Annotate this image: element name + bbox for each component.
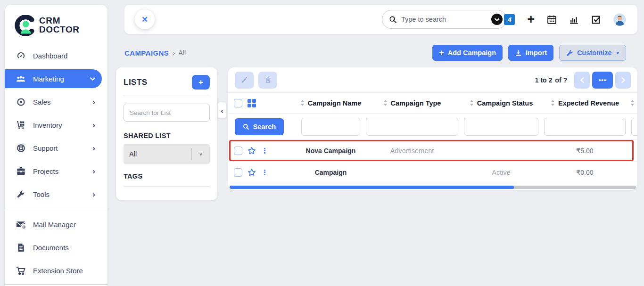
shared-list-value: All	[129, 150, 191, 158]
column-header-clipped[interactable]	[628, 100, 637, 106]
row-checkbox[interactable]	[234, 147, 242, 155]
column-header-expected-revenue[interactable]: Expected Revenue	[541, 99, 628, 107]
sidebar-item-documents[interactable]: Documents	[5, 238, 102, 257]
filter-campaign-type-input[interactable]	[366, 118, 458, 136]
sidebar-item-label: Marketing	[33, 75, 83, 83]
notification-count-badge[interactable]: 4	[504, 14, 515, 25]
row-checkbox[interactable]	[234, 168, 242, 177]
column-header-campaign-status[interactable]: Campaign Status	[461, 99, 541, 107]
column-header-campaign-type[interactable]: Campaign Type	[363, 99, 461, 107]
search-scope-dropdown-icon[interactable]	[491, 14, 503, 25]
sidebar-item-label: Mail Manager	[33, 221, 95, 229]
sidebar-item-mail-manager[interactable]: @ Mail Manager	[5, 215, 102, 234]
global-search-input[interactable]	[401, 16, 487, 23]
bar-chart-icon[interactable]	[569, 15, 579, 25]
star-favorite-icon[interactable]	[247, 168, 256, 177]
sidebar-divider	[5, 208, 107, 208]
sidebar-item-inventory[interactable]: Inventory ›	[5, 115, 102, 134]
prev-page-button[interactable]	[574, 72, 590, 89]
next-page-button[interactable]	[615, 72, 631, 89]
shared-list-label: SHARED LIST	[124, 132, 210, 139]
chevron-left-icon: ‹	[221, 106, 223, 114]
plus-icon: +	[198, 78, 203, 87]
brand-logo[interactable]: CRM DOCTOR	[5, 12, 107, 42]
column-header-campaign-name[interactable]: Campaign Name	[298, 99, 363, 107]
table-search-button[interactable]: Search	[235, 118, 284, 135]
grid-view-icon[interactable]	[248, 99, 256, 107]
sort-icon	[383, 100, 388, 106]
add-campaign-label: Add Campaign	[448, 49, 496, 57]
star-favorite-icon[interactable]	[247, 146, 256, 155]
table-row-campaign[interactable]: ⋮ Campaign Active ₹0.00	[228, 162, 637, 183]
row-menu-kebab-icon[interactable]: ⋮	[261, 147, 268, 154]
pagination: 1 to 2of ? •••	[535, 72, 631, 89]
shared-list-select[interactable]: All ˅	[124, 144, 210, 164]
sort-icon	[630, 100, 635, 106]
edit-button[interactable]	[235, 72, 254, 89]
sidebar-item-tools[interactable]: Tools ›	[5, 185, 102, 204]
cell-campaign-name[interactable]: Campaign	[298, 169, 363, 176]
sidebar-item-sales[interactable]: Sales ›	[5, 92, 102, 111]
chevron-right-icon: ›	[92, 98, 95, 106]
panel-collapse-toggle[interactable]: ‹	[217, 102, 227, 119]
import-button[interactable]: Import	[508, 45, 553, 61]
list-search-input[interactable]	[124, 104, 210, 122]
cell-campaign-name[interactable]: Nova Campaign	[298, 147, 363, 155]
delete-button[interactable]	[258, 72, 277, 89]
filter-clipped-input[interactable]	[631, 118, 637, 136]
row-menu-kebab-icon[interactable]: ⋮	[261, 169, 268, 176]
mail-at-icon: @	[16, 220, 25, 229]
pencil-icon	[240, 76, 248, 84]
sidebar-item-extension-store[interactable]: Extension Store	[5, 261, 102, 280]
filter-expected-revenue-input[interactable]	[544, 118, 626, 136]
table-filter-row: Search	[228, 114, 637, 140]
filter-campaign-status-input[interactable]	[464, 118, 538, 136]
add-campaign-button[interactable]: + Add Campaign	[432, 45, 503, 61]
app-canvas: CRM DOCTOR Dashboard Marketing	[0, 0, 644, 286]
table-search-label: Search	[253, 123, 276, 131]
svg-text:@: @	[22, 225, 25, 229]
calendar-icon[interactable]	[547, 15, 557, 25]
pages-more-button[interactable]: •••	[592, 72, 613, 89]
table-header-row: Campaign Name Campaign Type Campaign Sta…	[228, 93, 637, 114]
pagination-text: 1 to 2of ?	[535, 76, 567, 84]
sidebar-item-marketing[interactable]: Marketing	[5, 69, 102, 88]
chevron-right-icon: ›	[92, 167, 95, 175]
plus-icon: +	[439, 49, 444, 57]
sidebar-item-support[interactable]: Support ›	[5, 139, 102, 157]
chevron-down-icon: ˅	[192, 151, 210, 158]
tasks-check-square-icon[interactable]	[591, 15, 601, 25]
crm-doctor-logo-icon	[14, 15, 35, 36]
breadcrumb-separator: ›	[173, 49, 174, 57]
breadcrumb-row: CAMPAIGNS › All + Add Campaign Import Cu…	[124, 43, 637, 62]
chevron-right-icon: ›	[92, 144, 95, 152]
sidebar-toggle-close-button[interactable]: ✕	[135, 9, 155, 29]
topbar-icons: 4 +	[504, 5, 626, 34]
cell-expected-revenue: ₹5.00	[541, 147, 628, 155]
lists-title: LISTS	[124, 78, 148, 87]
chevron-down-icon	[90, 77, 95, 81]
horizontal-scrollbar[interactable]	[230, 186, 636, 189]
quick-add-icon[interactable]: +	[527, 13, 535, 26]
filter-campaign-name-input[interactable]	[301, 118, 360, 136]
sidebar-item-projects[interactable]: Projects ›	[5, 162, 102, 180]
sidebar-item-dashboard[interactable]: Dashboard	[5, 46, 102, 65]
select-all-checkbox[interactable]	[234, 99, 242, 107]
sidebar-nav: Dashboard Marketing Sales ›	[5, 42, 107, 286]
customize-button[interactable]: Customize ▾	[559, 45, 626, 61]
brand-name: CRM DOCTOR	[39, 16, 80, 34]
table-row-nova-campaign[interactable]: ⋮ Nova Campaign Advertisement ₹5.00	[228, 140, 637, 162]
add-list-button[interactable]: +	[192, 75, 210, 90]
global-search	[382, 10, 507, 29]
chevron-right-icon: ›	[92, 121, 95, 129]
sidebar-divider	[5, 284, 107, 285]
cell-campaign-status: Active	[461, 169, 541, 176]
sort-icon	[470, 100, 474, 106]
pagination-range: 1 to 2	[535, 76, 553, 84]
sidebar-item-label: Inventory	[33, 121, 85, 129]
user-avatar[interactable]	[613, 13, 626, 26]
pagination-of: of	[555, 76, 561, 84]
horizontal-scrollbar-thumb[interactable]	[230, 186, 514, 189]
life-ring-icon	[16, 143, 25, 153]
breadcrumb-campaigns[interactable]: CAMPAIGNS	[124, 49, 169, 57]
